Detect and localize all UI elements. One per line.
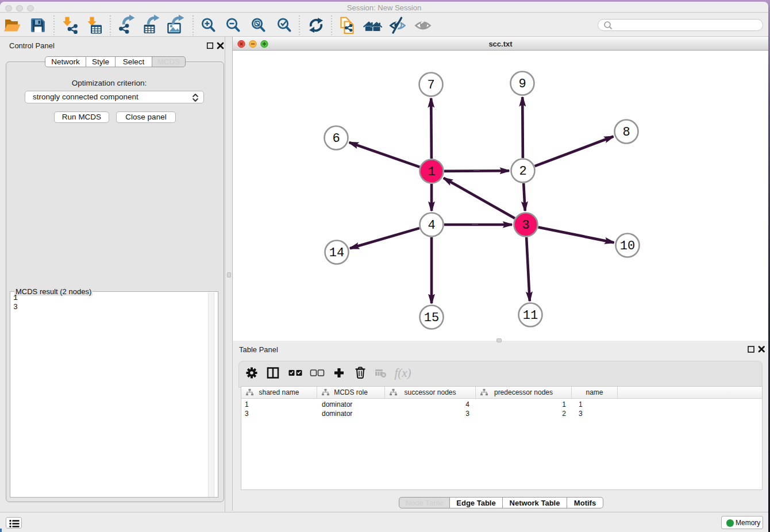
- svg-text:4: 4: [428, 218, 435, 233]
- svg-text:6: 6: [332, 132, 340, 146]
- svg-text:3: 3: [522, 218, 529, 233]
- svg-text:11: 11: [523, 309, 538, 323]
- svg-text:f(x): f(x): [394, 366, 411, 380]
- svg-text:1: 1: [428, 165, 435, 179]
- svg-text:15: 15: [424, 311, 439, 325]
- svg-text:10: 10: [620, 239, 635, 253]
- svg-text:8: 8: [622, 125, 630, 140]
- svg-text:2: 2: [519, 164, 526, 179]
- svg-text:7: 7: [427, 78, 434, 92]
- svg-text:14: 14: [329, 246, 344, 260]
- svg-text:9: 9: [518, 77, 526, 91]
